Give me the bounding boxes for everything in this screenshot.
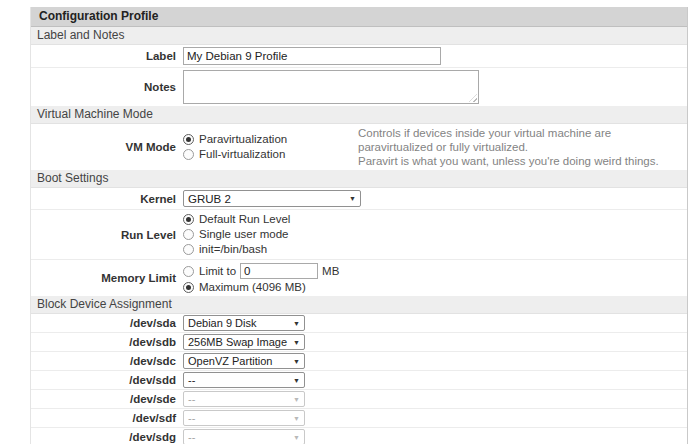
label-input[interactable] — [183, 47, 441, 65]
vm-mode-option-label: Paravirtualization — [199, 133, 287, 146]
kernel-label: Kernel — [31, 193, 183, 205]
chevron-down-icon: ▼ — [293, 320, 300, 327]
vm-mode-radio-group: ParavirtualizationFull-virtualization — [183, 132, 358, 162]
panel-title: Configuration Profile — [31, 7, 687, 27]
chevron-down-icon: ▼ — [293, 358, 300, 365]
run-level-option-label: init=/bin/bash — [199, 243, 267, 256]
vm-mode-label: VM Mode — [31, 141, 183, 153]
kernel-select-value: GRUB 2 — [188, 193, 231, 205]
device-select[interactable]: Debian 9 Disk▼ — [183, 315, 305, 331]
device-select[interactable]: --▼ — [183, 372, 305, 388]
memory-maximum-radio[interactable] — [183, 282, 194, 293]
memory-limit-unit: MB — [322, 265, 339, 277]
run-level-option-label: Single user mode — [199, 228, 289, 241]
device-label: /dev/sda — [31, 317, 183, 329]
chevron-down-icon: ▼ — [293, 339, 300, 346]
device-select[interactable]: --▼ — [183, 410, 305, 426]
vm-mode-option: Full-virtualization — [183, 148, 358, 161]
vm-mode-help-line2: Paravirt is what you want, unless you're… — [358, 154, 675, 168]
vm-mode-row: VM Mode ParavirtualizationFull-virtualiz… — [31, 124, 687, 170]
notes-row: Notes — [31, 67, 687, 106]
device-select-value: Debian 9 Disk — [188, 317, 256, 329]
device-label: /dev/sdg — [31, 431, 183, 443]
run-level-label: Run Level — [31, 229, 183, 241]
device-label: /dev/sde — [31, 393, 183, 405]
label-row: Label — [31, 45, 687, 67]
device-label: /dev/sdd — [31, 374, 183, 386]
device-row: /dev/sdcOpenVZ Partition▼ — [31, 351, 687, 370]
device-row: /dev/sde--▼ — [31, 389, 687, 408]
device-row: /dev/sdaDebian 9 Disk▼ — [31, 314, 687, 332]
device-select-value: -- — [188, 431, 195, 443]
memory-limit-radio[interactable] — [183, 266, 194, 277]
configuration-profile-panel: Configuration Profile Label and Notes La… — [30, 7, 688, 444]
chevron-down-icon: ▼ — [293, 415, 300, 422]
vm-mode-radio[interactable] — [183, 149, 194, 160]
device-select-value: 256MB Swap Image — [188, 336, 287, 348]
run-level-radio[interactable] — [183, 244, 194, 255]
device-select-value: OpenVZ Partition — [188, 355, 272, 367]
kernel-select[interactable]: GRUB 2 ▼ — [183, 190, 361, 207]
memory-limit-input[interactable] — [240, 263, 318, 279]
device-select-value: -- — [188, 412, 195, 424]
run-level-option: init=/bin/bash — [183, 243, 290, 256]
device-row: /dev/sdf--▼ — [31, 408, 687, 427]
memory-maximum-option-label: Maximum (4096 MB) — [199, 281, 306, 293]
chevron-down-icon: ▼ — [293, 377, 300, 384]
run-level-option: Single user mode — [183, 228, 290, 241]
notes-field-label: Notes — [31, 81, 183, 93]
kernel-row: Kernel GRUB 2 ▼ — [31, 188, 687, 209]
run-level-option-label: Default Run Level — [199, 213, 290, 226]
vm-mode-radio[interactable] — [183, 134, 194, 145]
device-select[interactable]: 256MB Swap Image▼ — [183, 334, 305, 350]
run-level-option: Default Run Level — [183, 213, 290, 226]
device-label: /dev/sdb — [31, 336, 183, 348]
vm-mode-option-label: Full-virtualization — [199, 148, 285, 161]
device-label: /dev/sdf — [31, 412, 183, 424]
device-select[interactable]: --▼ — [183, 391, 305, 407]
vm-mode-help-line1: Controls if devices inside your virtual … — [358, 126, 675, 154]
device-select-value: -- — [188, 393, 195, 405]
vm-mode-help: Controls if devices inside your virtual … — [358, 126, 687, 168]
memory-limit-label: Memory Limit — [31, 272, 183, 284]
vm-mode-option: Paravirtualization — [183, 133, 358, 146]
section-header-block-device-assignment: Block Device Assignment — [31, 296, 687, 314]
device-row: /dev/sdd--▼ — [31, 370, 687, 389]
label-field-label: Label — [31, 50, 183, 62]
memory-limit-option-label: Limit to — [199, 265, 236, 277]
notes-textarea[interactable] — [183, 70, 479, 104]
memory-maximum-option: Maximum (4096 MB) — [183, 281, 339, 293]
device-select[interactable]: OpenVZ Partition▼ — [183, 353, 305, 369]
device-label: /dev/sdc — [31, 355, 183, 367]
device-row: /dev/sdg--▼ — [31, 427, 687, 444]
block-device-rows: /dev/sdaDebian 9 Disk▼/dev/sdb256MB Swap… — [31, 314, 687, 444]
device-select-value: -- — [188, 374, 195, 386]
section-header-virtual-machine-mode: Virtual Machine Mode — [31, 106, 687, 124]
chevron-down-icon: ▼ — [293, 434, 300, 441]
run-level-row: Run Level Default Run LevelSingle user m… — [31, 209, 687, 259]
run-level-radio[interactable] — [183, 214, 194, 225]
section-header-boot-settings: Boot Settings — [31, 170, 687, 188]
device-row: /dev/sdb256MB Swap Image▼ — [31, 332, 687, 351]
device-select[interactable]: --▼ — [183, 429, 305, 444]
chevron-down-icon: ▼ — [293, 396, 300, 403]
run-level-radio[interactable] — [183, 229, 194, 240]
chevron-down-icon: ▼ — [349, 195, 356, 202]
run-level-radio-group: Default Run LevelSingle user modeinit=/b… — [183, 212, 290, 257]
memory-limit-row: Memory Limit Limit to MB Maximum (4096 M… — [31, 259, 687, 296]
memory-limit-option: Limit to MB — [183, 263, 339, 279]
section-header-label-and-notes: Label and Notes — [31, 27, 687, 45]
